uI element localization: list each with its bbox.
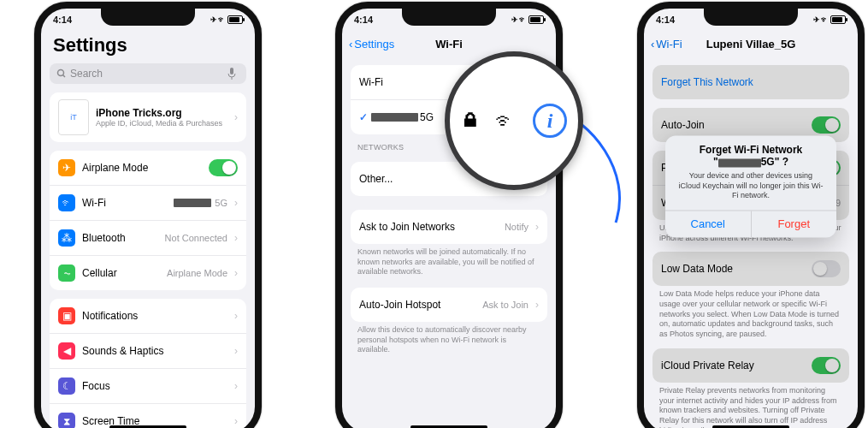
- mic-icon[interactable]: [227, 68, 236, 80]
- chevron-right-icon: ›: [234, 267, 238, 279]
- chevron-right-icon: ›: [234, 111, 238, 123]
- row-icon: ⁂: [58, 229, 75, 247]
- info-icon: i: [533, 104, 567, 138]
- row-icon: ⏦: [58, 265, 75, 282]
- redacted-value: [174, 199, 211, 207]
- low-data-mode-row[interactable]: Low Data Mode: [652, 252, 849, 286]
- icloud-private-relay-row[interactable]: iCloud Private Relay: [652, 348, 849, 383]
- page-title: Settings: [41, 31, 255, 63]
- chevron-right-icon: ›: [234, 197, 238, 209]
- settings-row[interactable]: ⁂BluetoothNot Connected›: [50, 220, 246, 255]
- toggle[interactable]: [812, 357, 841, 374]
- svg-point-0: [58, 70, 64, 76]
- row-icon: ◀︎: [58, 342, 75, 360]
- toggle[interactable]: [812, 260, 841, 277]
- forget-network-alert: Forget Wi-Fi Network "5G" ? Your device …: [665, 135, 836, 237]
- settings-row[interactable]: ◀︎Sounds & Haptics›: [50, 333, 246, 368]
- chevron-right-icon: ›: [234, 380, 238, 392]
- back-button[interactable]: ‹Settings: [349, 38, 394, 51]
- apple-id-avatar: iT: [58, 99, 89, 135]
- row-icon: ☾: [58, 377, 75, 395]
- settings-row[interactable]: ᯤWi-Fi5G›: [50, 185, 246, 220]
- alert-forget-button[interactable]: Forget: [752, 211, 837, 237]
- settings-row[interactable]: ⧗Screen Time›: [50, 403, 246, 428]
- nav-title: Wi-Fi: [435, 38, 463, 51]
- chevron-right-icon: ›: [234, 310, 238, 322]
- zoom-callout: 🔒︎ ᯤ i: [445, 51, 583, 190]
- chevron-right-icon: ›: [535, 299, 539, 311]
- auto-join-hotspot-row[interactable]: Auto-Join Hotspot Ask to Join›: [351, 288, 547, 322]
- row-icon: ▣: [58, 307, 75, 324]
- svg-rect-2: [230, 68, 233, 74]
- toggle[interactable]: [812, 116, 841, 134]
- chevron-right-icon: ›: [535, 221, 539, 233]
- settings-row[interactable]: ☾Focus›: [50, 368, 246, 403]
- lock-icon: 🔒︎: [461, 110, 480, 132]
- forget-network-row[interactable]: Forget This Network: [652, 65, 849, 99]
- search-input[interactable]: Search: [50, 63, 246, 84]
- settings-row[interactable]: ⏦CellularAirplane Mode›: [50, 255, 246, 290]
- alert-cancel-button[interactable]: Cancel: [665, 211, 752, 237]
- settings-row[interactable]: ✈︎Airplane Mode: [50, 151, 246, 185]
- redacted-ssid: [718, 158, 761, 167]
- chevron-left-icon: ‹: [349, 38, 352, 51]
- chevron-right-icon: ›: [234, 232, 238, 244]
- svg-line-1: [63, 75, 66, 78]
- settings-row[interactable]: ▣Notifications›: [50, 299, 246, 333]
- checkmark-icon: ✓: [359, 111, 368, 123]
- ask-to-join-row[interactable]: Ask to Join Networks Notify›: [351, 210, 547, 244]
- row-icon: ✈︎: [58, 159, 75, 176]
- wifi-signal-icon: ᯤ: [495, 108, 517, 134]
- toggle[interactable]: [209, 159, 238, 176]
- back-button[interactable]: ‹Wi-Fi: [651, 38, 682, 51]
- redacted-ssid: [371, 113, 418, 122]
- nav-title: Lupeni Villae_5G: [706, 38, 796, 51]
- row-icon: ⧗: [58, 413, 75, 428]
- chevron-right-icon: ›: [234, 415, 238, 427]
- chevron-left-icon: ‹: [651, 38, 654, 51]
- search-icon: [56, 68, 67, 79]
- status-time: 4:14: [53, 15, 72, 25]
- row-icon: ᯤ: [58, 194, 75, 211]
- chevron-right-icon: ›: [234, 345, 238, 357]
- apple-id-row[interactable]: iT iPhone Tricks.org Apple ID, iCloud, M…: [50, 92, 246, 142]
